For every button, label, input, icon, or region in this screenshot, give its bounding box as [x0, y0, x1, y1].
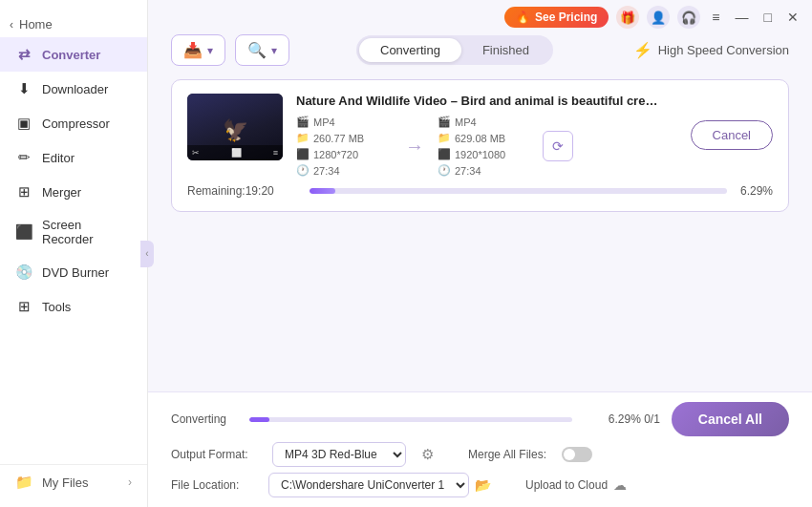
clock-icon: 🕐: [296, 164, 310, 177]
downloader-icon: ⬇: [15, 80, 32, 97]
sidebar-item-my-files[interactable]: 📁 My Files ›: [0, 465, 147, 499]
cancel-button[interactable]: Cancel: [691, 120, 773, 150]
upload-cloud-group: Upload to Cloud ☁: [525, 477, 627, 493]
src-format-row: 🎬 MP4: [296, 116, 392, 128]
cancel-all-button[interactable]: Cancel All: [672, 402, 789, 436]
src-duration: 27:34: [313, 165, 340, 177]
file-location-select[interactable]: C:\Wondershare UniConverter 1: [268, 473, 469, 497]
sidebar-item-label: Screen Recorder: [42, 218, 132, 246]
sidebar-item-label: Tools: [42, 300, 71, 314]
gift-button[interactable]: 🎁: [616, 6, 639, 29]
dst-folder-icon: 📁: [438, 132, 451, 144]
progress-bar-fill: [310, 188, 335, 194]
folder-icon: 📁: [296, 132, 310, 144]
add-files-icon: 📥: [183, 41, 203, 59]
thumbnail-controls: ✂ ⬜ ≡: [187, 145, 283, 160]
toolbar: 📥 ▾ 🔍 ▾ Converting Finished ⚡ High Speed…: [171, 34, 789, 66]
flame-icon: 🔥: [516, 11, 530, 24]
output-format-select[interactable]: MP4 3D Red-Blue: [272, 442, 406, 467]
converting-label: Converting: [171, 412, 238, 426]
editor-icon: ✏: [15, 149, 32, 166]
tab-switcher: Converting Finished: [356, 35, 553, 65]
conversion-arrow-icon: →: [392, 136, 438, 158]
maximize-button[interactable]: □: [760, 8, 776, 27]
output-format-label: Output Format:: [171, 448, 257, 461]
file-location-group: C:\Wondershare UniConverter 1 📂: [268, 473, 491, 497]
add-files-button[interactable]: 📥 ▾: [171, 34, 225, 66]
file-meta: 🎬 MP4 📁 260.77 MB ⬛ 1280*720: [296, 116, 677, 177]
output-format-settings-icon[interactable]: ⚙: [421, 446, 434, 463]
thumb-crop-icon: ⬜: [231, 148, 242, 158]
menu-button[interactable]: ≡: [708, 8, 723, 27]
home-label: Home: [19, 17, 53, 32]
tab-finished[interactable]: Finished: [461, 38, 550, 62]
sidebar-collapse-button[interactable]: ‹: [140, 241, 154, 267]
see-pricing-button[interactable]: 🔥 See Pricing: [504, 7, 609, 28]
see-pricing-label: See Pricing: [535, 11, 597, 24]
overall-percent: 6.29% 0/1: [584, 412, 660, 426]
remaining-text: Remaining:19:20: [187, 184, 302, 198]
sidebar-item-editor[interactable]: ✏ Editor: [0, 140, 147, 175]
convert-options-icon[interactable]: ⟳: [543, 131, 573, 161]
sidebar-item-converter[interactable]: ⇄ Converter: [0, 37, 147, 72]
dst-format: MP4: [455, 116, 477, 128]
file-location-row: File Location: C:\Wondershare UniConvert…: [171, 473, 789, 497]
content-area: 📥 ▾ 🔍 ▾ Converting Finished ⚡ High Speed…: [148, 0, 812, 391]
src-resolution: 1280*720: [313, 149, 358, 160]
progress-bar-track: [310, 188, 727, 194]
options-row: Output Format: MP4 3D Red-Blue ⚙ Merge A…: [171, 442, 789, 467]
high-speed-label: High Speed Conversion: [658, 43, 789, 57]
file-card-top: 🦅 ✂ ⬜ ≡ Nature And Wildlife Video – Bird…: [187, 94, 773, 177]
src-size-row: 📁 260.77 MB: [296, 132, 392, 144]
dst-resolution-icon: ⬛: [438, 148, 451, 160]
user-button[interactable]: 👤: [647, 6, 670, 29]
sidebar-item-label: Downloader: [42, 82, 108, 96]
sidebar-item-tools[interactable]: ⊞ Tools: [0, 289, 147, 324]
dst-resolution: 1920*1080: [455, 149, 505, 160]
close-button[interactable]: ✕: [783, 8, 802, 27]
bolt-icon: ⚡: [633, 41, 652, 59]
overall-progress-track: [249, 417, 572, 422]
add-folder-label: ▾: [271, 44, 277, 57]
high-speed-conversion[interactable]: ⚡ High Speed Conversion: [633, 41, 789, 59]
file-location-label: File Location:: [171, 478, 257, 492]
source-meta: 🎬 MP4 📁 260.77 MB ⬛ 1280*720: [296, 116, 392, 177]
sidebar-home[interactable]: ‹ Home: [0, 8, 147, 37]
output-format-group: Output Format: MP4 3D Red-Blue ⚙: [171, 442, 434, 467]
dst-size-row: 📁 629.08 MB: [438, 132, 533, 144]
sidebar-item-merger[interactable]: ⊞ Merger: [0, 175, 147, 209]
progress-percent: 6.29%: [735, 184, 773, 198]
file-card: 🦅 ✂ ⬜ ≡ Nature And Wildlife Video – Bird…: [171, 79, 789, 212]
minimize-button[interactable]: —: [732, 8, 753, 27]
merge-files-group: Merge All Files:: [468, 447, 592, 462]
src-format: MP4: [313, 116, 335, 128]
sidebar-item-screen-recorder[interactable]: ⬛ Screen Recorder: [0, 209, 147, 255]
upload-cloud-icon[interactable]: ☁: [613, 477, 627, 493]
merge-files-toggle[interactable]: [562, 447, 592, 462]
add-folder-button[interactable]: 🔍 ▾: [235, 34, 289, 66]
file-info: Nature And Wildlife Video – Bird and ani…: [296, 94, 677, 177]
file-thumbnail: 🦅 ✂ ⬜ ≡: [187, 94, 283, 160]
sidebar-item-downloader[interactable]: ⬇ Downloader: [0, 72, 147, 106]
support-button[interactable]: 🎧: [677, 6, 700, 29]
dst-duration-row: 🕐 27:34: [438, 164, 533, 177]
sidebar-item-compressor[interactable]: ▣ Compressor: [0, 106, 147, 140]
thumbnail-bird-icon: 🦅: [223, 118, 248, 143]
sidebar-item-dvd-burner[interactable]: 💿 DVD Burner: [0, 255, 147, 289]
browse-folder-icon[interactable]: 📂: [475, 477, 491, 493]
sidebar-item-label: Converter: [42, 48, 100, 62]
dst-clock-icon: 🕐: [438, 164, 451, 177]
sidebar-item-label: Compressor: [42, 116, 110, 131]
my-files-arrow-icon: ›: [128, 475, 132, 489]
tab-converting[interactable]: Converting: [359, 38, 461, 62]
converter-icon: ⇄: [15, 46, 32, 63]
main-area: 🔥 See Pricing 🎁 👤 🎧 ≡ — □ ✕ 📥 ▾ 🔍 ▾: [148, 0, 812, 507]
sidebar-item-label: My Files: [42, 475, 88, 490]
sidebar-item-label: Merger: [42, 185, 81, 200]
bottom-bar: Converting 6.29% 0/1 Cancel All Output F…: [148, 391, 812, 507]
src-size: 260.77 MB: [313, 133, 364, 144]
add-files-label: ▾: [207, 44, 213, 57]
overall-progress-fill: [249, 417, 269, 422]
add-folder-icon: 🔍: [247, 41, 267, 59]
dst-format-row: 🎬 MP4: [438, 116, 533, 128]
